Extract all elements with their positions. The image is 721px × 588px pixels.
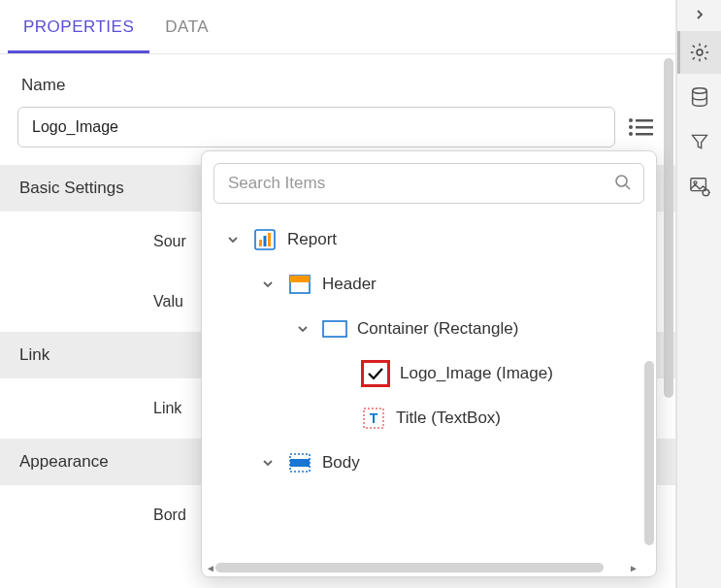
rectangle-icon [322,317,347,341]
image-settings-rail-button[interactable] [677,165,722,208]
tree-node-header[interactable]: Header [206,262,650,307]
search-icon [614,174,632,194]
panel-tabs: PROPERTIES DATA [0,0,675,54]
name-row [17,107,658,147]
svg-text:T: T [370,410,378,426]
expand-rail-button[interactable] [677,0,722,29]
svg-point-2 [629,125,633,129]
svg-rect-13 [290,276,310,282]
svg-point-6 [616,176,627,186]
name-input[interactable] [17,107,615,147]
panel-scrollbar[interactable] [664,58,673,398]
settings-rail-button[interactable] [677,31,722,74]
svg-rect-21 [690,179,705,191]
tab-properties[interactable]: PROPERTIES [8,0,149,53]
checkmark-selected-icon [361,360,390,387]
svg-rect-14 [323,321,346,337]
chevron-down-icon[interactable] [258,275,278,294]
svg-rect-1 [636,119,653,122]
svg-rect-3 [636,126,653,129]
svg-rect-10 [264,236,267,246]
svg-line-7 [626,185,630,189]
item-list-button[interactable] [625,111,658,144]
tree-node-container[interactable]: Container (Rectangle) [206,307,650,351]
svg-point-20 [692,88,706,94]
name-label: Name [21,76,654,95]
tree-label: Title (TextBox) [396,408,501,428]
tree-label: Header [322,275,377,294]
svg-point-4 [629,132,633,136]
tab-data[interactable]: DATA [149,0,224,53]
header-icon [287,273,312,296]
tree-label: Container (Rectangle) [357,319,518,339]
popup-horizontal-scrollbar[interactable] [215,563,604,572]
tree-label: Logo_Image (Image) [400,364,553,383]
svg-rect-5 [636,133,653,136]
textbox-icon: T [361,407,386,430]
tree-node-report[interactable]: Report [206,217,650,262]
item-tree-popup: Report Header Container [201,150,657,577]
item-tree: Report Header Container [202,212,656,576]
search-input[interactable] [226,173,614,194]
svg-point-19 [697,49,703,55]
chevron-down-icon[interactable] [223,230,243,249]
tree-node-body[interactable]: Body [206,441,650,485]
tree-label: Report [287,230,337,249]
tree-node-title[interactable]: T Title (TextBox) [206,396,650,441]
chevron-down-icon[interactable] [258,453,278,473]
report-icon [252,228,278,251]
search-box [213,163,644,204]
svg-rect-18 [290,459,310,467]
popup-vertical-scrollbar[interactable] [644,361,654,545]
data-rail-button[interactable] [677,76,722,118]
chevron-down-icon[interactable] [293,319,312,339]
filter-rail-button[interactable] [677,120,722,163]
svg-point-0 [629,118,633,122]
side-rail [676,0,721,588]
scroll-right-arrow[interactable]: ► [627,561,640,574]
svg-rect-9 [259,240,262,246]
body-icon [287,451,312,474]
tree-label: Body [322,453,360,473]
svg-rect-11 [268,233,271,246]
tree-node-logo-image[interactable]: Logo_Image (Image) [206,351,650,396]
